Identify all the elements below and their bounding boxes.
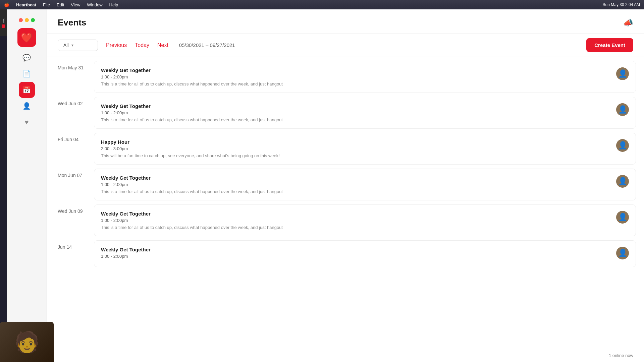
event-day-label: Fri Jun 04: [47, 129, 94, 142]
filter-dropdown[interactable]: All ▾: [58, 40, 98, 51]
online-status: 1 online now: [609, 353, 633, 358]
event-title: Weekly Get Together: [101, 103, 611, 109]
event-avatar: 👤: [616, 175, 629, 188]
event-time: 1:00 - 2:00pm: [101, 254, 611, 259]
event-avatar: 👤: [616, 67, 629, 80]
sidebar-item-messages[interactable]: 💬: [19, 50, 35, 66]
app-logo: ❤️: [17, 28, 36, 47]
events-list: Mon May 31Weekly Get Together1:00 - 2:00…: [47, 57, 644, 362]
event-description: This is a time for all of us to catch up…: [101, 81, 611, 86]
messages-icon: 💬: [22, 54, 31, 62]
events-icon: 📅: [22, 86, 31, 94]
event-card[interactable]: Happy Hour2:00 - 3:00pmThis will be a fu…: [94, 133, 636, 165]
event-day-label: Mon May 31: [47, 57, 94, 70]
event-day-group: Mon Jun 07Weekly Get Together1:00 - 2:00…: [47, 165, 644, 200]
event-day-label: Jun 14: [47, 236, 94, 250]
sidebar-top: ❤️ 💬 📄 📅 👤 ♥: [7, 28, 47, 130]
event-description: This will be a fun time to catch up, see…: [101, 153, 611, 158]
help-menu-item[interactable]: Help: [109, 2, 118, 7]
event-title: Weekly Get Together: [101, 211, 611, 217]
menubar-right: Sun May 30 2:04 AM: [603, 2, 640, 7]
traffic-lights: [15, 15, 39, 25]
event-day-group: Jun 14Weekly Get Together1:00 - 2:00pm👤: [47, 236, 644, 267]
timer-text: 0:00: [2, 18, 5, 23]
filter-label: All: [63, 43, 69, 48]
notes-icon: 📄: [22, 70, 31, 78]
favorites-icon: ♥: [25, 118, 29, 126]
minimize-button[interactable]: [25, 18, 29, 22]
menubar: 🍎 Heartbeat File Edit View Window Help S…: [0, 0, 644, 9]
logo-heart-icon: ❤️: [21, 32, 33, 43]
previous-button[interactable]: Previous: [103, 41, 129, 50]
today-button[interactable]: Today: [135, 42, 149, 48]
page-title: Events: [58, 17, 86, 28]
event-title: Happy Hour: [101, 139, 611, 145]
event-avatar: 👤: [616, 211, 629, 224]
person-icon: 🧑: [14, 330, 40, 354]
event-time: 2:00 - 3:00pm: [101, 146, 611, 151]
sidebar: ❤️ 💬 📄 📅 👤 ♥: [7, 9, 47, 362]
event-title: Weekly Get Together: [101, 247, 611, 252]
create-event-button[interactable]: Create Event: [586, 38, 633, 52]
sidebar-item-contacts[interactable]: 👤: [19, 98, 35, 114]
view-menu-item[interactable]: View: [71, 2, 80, 7]
dropdown-arrow-icon: ▾: [71, 43, 73, 48]
event-info: Happy Hour2:00 - 3:00pmThis will be a fu…: [101, 139, 611, 158]
sidebar-item-notes[interactable]: 📄: [19, 66, 35, 82]
event-description: This is a time for all of us to catch up…: [101, 117, 611, 122]
contacts-icon: 👤: [22, 102, 31, 110]
event-day-group: Fri Jun 04Happy Hour2:00 - 3:00pmThis wi…: [47, 129, 644, 165]
event-info: Weekly Get Together1:00 - 2:00pmThis is …: [101, 211, 611, 230]
notifications-icon[interactable]: 📣: [623, 18, 633, 27]
event-description: This is a time for all of us to catch up…: [101, 189, 611, 194]
sidebar-item-events[interactable]: 📅: [19, 82, 35, 98]
event-title: Weekly Get Together: [101, 67, 611, 73]
timer-bar: 0:00: [0, 9, 7, 36]
apple-menu-icon[interactable]: 🍎: [4, 2, 9, 7]
sidebar-item-favorites[interactable]: ♥: [19, 114, 35, 130]
next-button[interactable]: Next: [155, 41, 171, 50]
event-info: Weekly Get Together1:00 - 2:00pmThis is …: [101, 67, 611, 86]
app-menu-item[interactable]: Heartbeat: [16, 2, 36, 7]
event-day-label: Wed Jun 02: [47, 93, 94, 106]
event-day-group: Mon May 31Weekly Get Together1:00 - 2:00…: [47, 57, 644, 93]
header-right: 📣: [623, 18, 633, 27]
window-menu-item[interactable]: Window: [87, 2, 102, 7]
event-card[interactable]: Weekly Get Together1:00 - 2:00pmThis is …: [94, 204, 636, 236]
event-day-label: Wed Jun 09: [47, 200, 94, 214]
clock-display: Sun May 30 2:04 AM: [603, 2, 640, 7]
event-card[interactable]: Weekly Get Together1:00 - 2:00pmThis is …: [94, 61, 636, 93]
timer-dot: [2, 24, 5, 28]
date-range-display: 05/30/2021 – 09/27/2021: [179, 42, 235, 48]
event-info: Weekly Get Together1:00 - 2:00pmThis is …: [101, 103, 611, 122]
event-card[interactable]: Weekly Get Together1:00 - 2:00pmThis is …: [94, 97, 636, 129]
event-time: 1:00 - 2:00pm: [101, 74, 611, 79]
event-day-group: Wed Jun 09Weekly Get Together1:00 - 2:00…: [47, 200, 644, 236]
close-button[interactable]: [19, 18, 23, 22]
event-card[interactable]: Weekly Get Together1:00 - 2:00pm👤: [94, 240, 636, 267]
maximize-button[interactable]: [31, 18, 35, 22]
event-day-label: Mon Jun 07: [47, 165, 94, 178]
event-info: Weekly Get Together1:00 - 2:00pmThis is …: [101, 175, 611, 194]
page-header: Events 📣: [47, 9, 644, 34]
video-thumbnail: 🧑: [0, 322, 54, 362]
event-time: 1:00 - 2:00pm: [101, 110, 611, 115]
event-time: 1:00 - 2:00pm: [101, 218, 611, 223]
main-content: Events 📣 All ▾ Previous Today Next 05/30…: [47, 9, 644, 362]
event-card[interactable]: Weekly Get Together1:00 - 2:00pmThis is …: [94, 169, 636, 200]
event-description: This is a time for all of us to catch up…: [101, 225, 611, 230]
file-menu-item[interactable]: File: [43, 2, 50, 7]
edit-menu-item[interactable]: Edit: [57, 2, 64, 7]
app-window: 0:00 ❤️ 💬 📄 📅 👤 ♥: [0, 9, 644, 362]
event-avatar: 👤: [616, 247, 629, 259]
events-toolbar: All ▾ Previous Today Next 05/30/2021 – 0…: [47, 34, 644, 57]
event-day-group: Wed Jun 02Weekly Get Together1:00 - 2:00…: [47, 93, 644, 129]
video-preview: 🧑: [0, 322, 54, 362]
event-title: Weekly Get Together: [101, 175, 611, 181]
event-info: Weekly Get Together1:00 - 2:00pm: [101, 247, 611, 261]
event-avatar: 👤: [616, 139, 629, 152]
event-avatar: 👤: [616, 103, 629, 116]
event-time: 1:00 - 2:00pm: [101, 182, 611, 187]
